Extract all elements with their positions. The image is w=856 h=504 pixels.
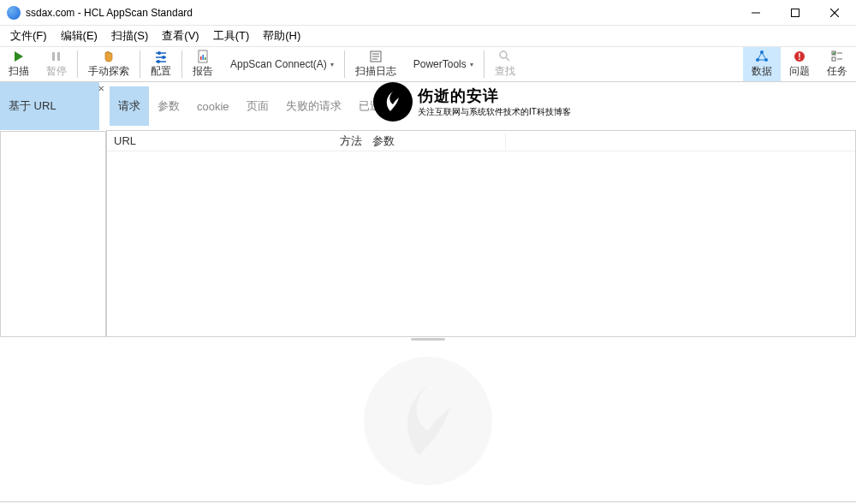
maximize-button[interactable]	[776, 0, 815, 26]
close-button[interactable]	[815, 0, 854, 26]
report-icon	[196, 50, 210, 63]
manual-explore-button[interactable]: 手动探索	[80, 47, 138, 81]
play-icon	[13, 50, 25, 63]
scan-button[interactable]: 扫描	[0, 47, 38, 81]
minimize-button[interactable]	[736, 0, 776, 26]
url-based-tab[interactable]: 基于 URL	[0, 82, 99, 130]
left-panel: 基于 URL ✕	[0, 82, 106, 337]
window-title: ssdax.com - HCL AppScan Standard	[26, 7, 736, 19]
menu-view[interactable]: 查看(V)	[155, 27, 205, 45]
svg-text:!: !	[798, 52, 800, 62]
detail-tabs: 请求 参数 cookie 页面 失败的请求 已过滤 伤逝的安详 关注互联网与系统…	[106, 82, 856, 130]
workspace: 基于 URL ✕ 请求 参数 cookie 页面 失败的请求 已过滤 伤逝的安详…	[0, 82, 856, 337]
grid-header: URL 方法 参数	[107, 131, 855, 151]
pause-button[interactable]: 暂停	[38, 47, 75, 81]
svg-rect-14	[200, 56, 202, 60]
tasks-view-button[interactable]: 任务	[818, 47, 856, 81]
col-url[interactable]: URL	[107, 134, 340, 147]
menubar: 文件(F) 编辑(E) 扫描(S) 查看(V) 工具(T) 帮助(H)	[0, 26, 856, 46]
background-logo-icon	[364, 357, 492, 485]
data-icon	[755, 50, 769, 63]
tasks-icon	[830, 50, 844, 63]
svg-marker-4	[15, 51, 23, 62]
svg-rect-15	[203, 55, 205, 60]
scan-log-button[interactable]: 扫描日志	[347, 47, 405, 81]
tab-params[interactable]: 参数	[149, 86, 188, 126]
svg-rect-5	[52, 52, 55, 61]
window-controls	[736, 0, 854, 26]
url-tree[interactable]	[0, 131, 106, 337]
request-grid: URL 方法 参数	[106, 130, 856, 337]
svg-rect-16	[205, 57, 206, 60]
sliders-icon	[154, 50, 168, 63]
left-tab-strip: 基于 URL ✕	[0, 82, 106, 130]
dropdown-icon: ▾	[330, 61, 334, 68]
menu-tools[interactable]: 工具(T)	[206, 27, 257, 45]
menu-scan[interactable]: 扫描(S)	[104, 27, 155, 45]
tab-cookie[interactable]: cookie	[188, 88, 238, 125]
tab-close-icon[interactable]: ✕	[98, 84, 104, 93]
pause-icon	[51, 50, 62, 63]
powertools-button[interactable]: PowerTools ▾	[405, 47, 482, 81]
col-method[interactable]: 方法	[340, 133, 369, 149]
tab-request[interactable]: 请求	[110, 86, 149, 126]
issues-view-button[interactable]: ! 问题	[781, 47, 818, 81]
svg-point-12	[157, 60, 160, 63]
watermark-title: 伤逝的安详	[418, 86, 571, 106]
dropdown-icon: ▾	[470, 61, 473, 68]
find-button[interactable]: 查找	[486, 47, 524, 81]
grid-body[interactable]	[107, 151, 855, 336]
watermark-subtitle: 关注互联网与系统软件技术的IT科技博客	[418, 106, 571, 118]
col-param[interactable]: 参数	[369, 133, 506, 149]
titlebar: ssdax.com - HCL AppScan Standard	[0, 0, 856, 26]
svg-line-22	[506, 57, 509, 61]
svg-rect-1	[792, 9, 800, 16]
tab-page[interactable]: 页面	[238, 86, 277, 126]
log-icon	[369, 50, 383, 63]
svg-point-10	[162, 56, 165, 59]
svg-line-27	[762, 52, 766, 60]
search-icon	[498, 50, 512, 63]
hand-icon	[102, 50, 116, 63]
alert-icon: !	[793, 50, 806, 63]
menu-file[interactable]: 文件(F)	[3, 27, 54, 45]
right-panel: 请求 参数 cookie 页面 失败的请求 已过滤 伤逝的安详 关注互联网与系统…	[106, 82, 856, 337]
svg-rect-33	[832, 57, 835, 61]
svg-point-21	[500, 51, 507, 58]
data-view-button[interactable]: 数据	[743, 47, 781, 81]
svg-point-8	[158, 51, 161, 55]
tab-failed[interactable]: 失败的请求	[277, 86, 350, 126]
svg-line-26	[758, 52, 762, 60]
watermark: 伤逝的安详 关注互联网与系统软件技术的IT科技博客	[373, 82, 571, 122]
config-button[interactable]: 配置	[142, 47, 180, 81]
detail-pane	[0, 341, 856, 501]
report-button[interactable]: 报告	[184, 47, 222, 81]
tab-filtered[interactable]: 已过滤	[350, 86, 401, 126]
menu-help[interactable]: 帮助(H)	[256, 27, 307, 45]
toolbar: 扫描 暂停 手动探索 配置 报告 AppScan Connect(A) ▾ 扫描…	[0, 46, 856, 82]
menu-edit[interactable]: 编辑(E)	[54, 27, 104, 45]
svg-rect-6	[57, 52, 60, 61]
appscan-connect-button[interactable]: AppScan Connect(A) ▾	[222, 47, 342, 81]
app-icon	[7, 6, 21, 20]
